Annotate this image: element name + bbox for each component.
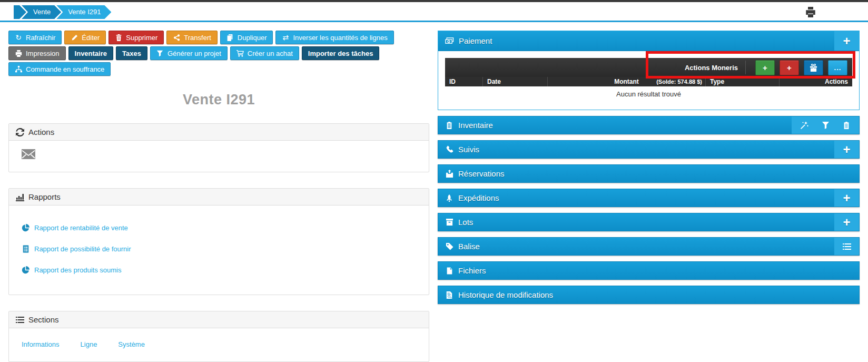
paiement-add-button[interactable]: + [834, 31, 859, 51]
breadcrumb: VenteVente I291 [14, 5, 111, 19]
panel-title: Inventaire [458, 121, 493, 130]
breadcrumb-item-vente-i291[interactable]: Vente I291 [56, 5, 111, 19]
panel-title: Suivis [458, 145, 479, 154]
phone-icon [445, 145, 453, 154]
print-icon[interactable] [805, 7, 816, 17]
rapports-panel: Rapports Rapport de rentabilité de vente… [8, 188, 429, 295]
sections-panel: Sections Informations Ligne Système [8, 311, 429, 362]
section-link-ligne[interactable]: Ligne [81, 340, 97, 348]
inventaire-panel-header[interactable]: Inventaire [438, 116, 860, 134]
page-title: Vente I291 [8, 92, 429, 108]
backorder-button[interactable]: Commande en souffrance [8, 62, 111, 76]
breadcrumb-bar: VenteVente I291 [0, 2, 868, 22]
toolbar-row-1: ↻ Rafraîchir Éditer Supprimer Transfert … [8, 31, 429, 44]
magic-wand-icon[interactable] [800, 121, 808, 130]
button-label: Générer un projet [167, 50, 221, 57]
report-link-possibilite-fournir[interactable]: Rapport de possibilité de fournir [22, 245, 416, 253]
toolbar-row-2: Impression Inventaire Taxes Générer un p… [8, 46, 429, 60]
fichiers-panel-header[interactable]: Fichiers [438, 261, 860, 280]
section-link-systeme[interactable]: Système [118, 340, 145, 348]
button-label: Dupliquer [238, 34, 267, 42]
add-refund-button[interactable]: + [780, 60, 799, 75]
moneris-actions-label: Actions Moneris [677, 64, 745, 72]
panel-title: Paiement [459, 36, 492, 45]
invert-line-quantities-button[interactable]: ⇄ Inverser les quantités de lignes [275, 31, 393, 44]
expeditions-add-button[interactable]: + [834, 189, 859, 207]
breadcrumb-item-vente[interactable]: Vente [22, 5, 61, 19]
inbox-up-icon [445, 170, 453, 178]
report-link-label: Rapport de possibilité de fournir [34, 245, 131, 253]
pencil-icon [71, 34, 78, 41]
bar-chart-icon [16, 193, 24, 201]
button-label: Transfert [184, 34, 211, 42]
panel-title: Historique de modifications [458, 290, 553, 299]
print-button[interactable]: Impression [8, 46, 66, 60]
gift-icon [810, 64, 817, 72]
sections-panel-body: Informations Ligne Système [9, 328, 429, 361]
sections-panel-header[interactable]: Sections [9, 311, 429, 328]
lots-panel-header[interactable]: Lots + [438, 213, 860, 231]
clipboard-list-icon[interactable] [842, 121, 851, 130]
balise-actions [834, 238, 859, 255]
button-label: Créer un achat [248, 50, 293, 57]
import-tasks-button[interactable]: Importer des tâches [302, 46, 380, 60]
edit-button[interactable]: Éditer [64, 31, 106, 44]
list-icon[interactable] [843, 242, 851, 251]
section-link-informations[interactable]: Informations [22, 340, 60, 348]
taxes-button[interactable]: Taxes [116, 46, 147, 60]
montant-label: Montant [614, 78, 639, 85]
rapports-panel-header[interactable]: Rapports [9, 189, 429, 206]
suivis-panel-header[interactable]: Suivis + [438, 140, 860, 159]
column-header-montant: Montant (Solde: 574.88 $) [547, 77, 705, 86]
suivis-add-button[interactable]: + [834, 141, 859, 158]
file-icon [445, 267, 453, 275]
button-label: Supprimer [126, 34, 157, 42]
generate-project-button[interactable]: Générer un projet [150, 46, 228, 60]
actions-panel-body [9, 141, 429, 172]
sync-icon [16, 128, 24, 136]
envelope-icon[interactable] [22, 149, 35, 159]
panel-title: Sections [28, 315, 59, 324]
inventaire-actions [792, 116, 859, 134]
balise-panel-header[interactable]: Balise [438, 237, 860, 256]
actions-panel: Actions [8, 123, 429, 172]
printer-icon [15, 50, 22, 57]
refresh-button[interactable]: ↻ Rafraîchir [8, 31, 62, 44]
gift-button[interactable] [804, 60, 823, 75]
pie-chart-icon [22, 266, 29, 274]
report-link-rentabilite[interactable]: Rapport de rentabilité de vente [22, 224, 416, 232]
transfer-button[interactable]: Transfert [166, 31, 218, 44]
delete-button[interactable]: Supprimer [108, 31, 164, 44]
duplicate-button[interactable]: Dupliquer [220, 31, 273, 44]
create-purchase-button[interactable]: Créer un achat [230, 46, 299, 60]
trash-icon [115, 34, 122, 41]
actions-panel-header[interactable]: Actions [9, 124, 429, 141]
paiement-panel-body: Actions Moneris + + ... ID Date Montant … [438, 51, 859, 110]
pie-chart-icon [22, 224, 29, 232]
rapports-panel-body: Rapport de rentabilité de vente Rapport … [9, 206, 429, 295]
breadcrumb-label: Vente [33, 8, 51, 16]
expeditions-panel-header[interactable]: Expéditions + [438, 189, 860, 207]
filter-icon[interactable] [821, 121, 830, 130]
button-label: Inverser les quantités de lignes [293, 34, 387, 42]
historique-panel-header[interactable]: Historique de modifications [438, 286, 860, 304]
panel-title: Actions [28, 128, 54, 136]
inventory-button[interactable]: Inventaire [68, 46, 113, 60]
column-header-actions: Actions [779, 77, 852, 86]
clipboard-icon [445, 121, 453, 130]
button-label: Impression [26, 50, 60, 57]
button-label: Taxes [122, 50, 141, 57]
paiement-panel-header[interactable]: Paiement + [438, 31, 859, 51]
panel-title: Balise [458, 242, 480, 251]
button-label: Rafraîchir [26, 34, 55, 42]
lots-add-button[interactable]: + [834, 213, 859, 231]
empty-result-message: Aucun résultat trouvé [445, 86, 852, 103]
report-link-produits-soumis[interactable]: Rapport des produits soumis [22, 266, 416, 274]
archive-box-icon [445, 218, 453, 227]
reservations-panel-header[interactable]: Réservations [438, 164, 860, 183]
more-actions-button[interactable]: ... [828, 60, 847, 75]
share-icon [173, 34, 180, 41]
add-payment-button[interactable]: + [755, 60, 775, 75]
column-header-id: ID [445, 77, 482, 86]
column-header-date: Date [482, 77, 547, 86]
